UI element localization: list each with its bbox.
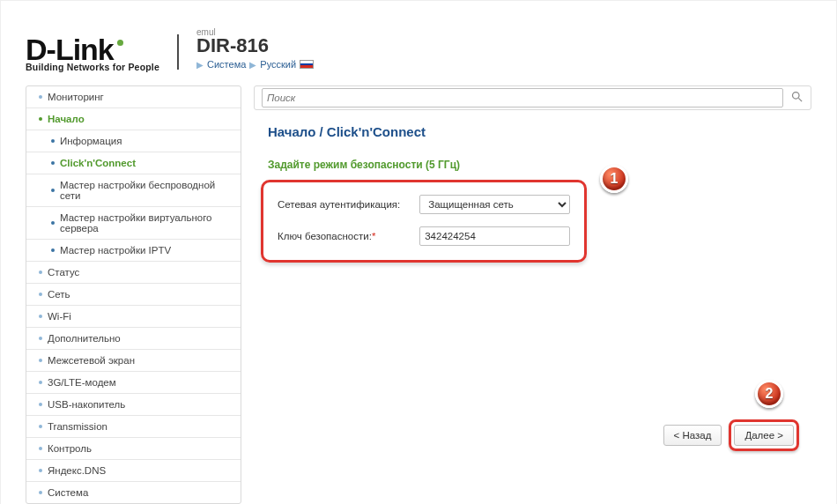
header-separator [177, 34, 179, 70]
bullet-icon [39, 293, 42, 296]
bullet-icon [39, 491, 42, 494]
bullet-icon [39, 117, 42, 121]
sidebar-item-label: Сеть [48, 289, 70, 300]
nav-system-link[interactable]: Система [207, 59, 246, 70]
sidebar-item-label: Мастер настройки беспроводной сети [60, 180, 233, 201]
sidebar-item-label: Transmission [48, 421, 107, 432]
sidebar-item-firewall[interactable]: Межсетевой экран [26, 350, 241, 372]
sidebar-item-start[interactable]: Начало [26, 108, 241, 130]
bullet-icon [39, 95, 42, 99]
bullet-icon [39, 359, 42, 362]
header-breadcrumb: ▶ Система ▶ Русский [196, 59, 314, 70]
bullet-icon [51, 221, 55, 225]
sidebar-item-label: Wi-Fi [48, 311, 71, 322]
sidebar-item-label: Мониторинг [48, 92, 104, 102]
bullet-icon [51, 161, 55, 165]
network-auth-label: Сетевая аутентификация: [278, 199, 411, 210]
search-bar[interactable] [254, 85, 811, 110]
wizard-footer: < Назад Далее > [663, 419, 799, 451]
bullet-icon [39, 315, 42, 318]
svg-point-0 [793, 93, 800, 100]
bullet-icon [39, 469, 42, 472]
sidebar-item-label: Контроль [48, 443, 92, 454]
sidebar-item-wifi[interactable]: Wi-Fi [26, 306, 241, 328]
sidebar-item-status[interactable]: Статус [26, 262, 241, 284]
brand-logo: D-Link Building Networks for People [26, 34, 159, 72]
annotation-badge-2: 2 [755, 380, 783, 408]
bullet-icon [39, 271, 42, 274]
security-key-input[interactable] [419, 226, 570, 246]
search-icon[interactable] [790, 90, 804, 106]
flag-russia-icon [300, 60, 314, 69]
sidebar-item-label: Дополнительно [48, 333, 121, 344]
bullet-icon [39, 403, 42, 406]
sidebar-item-control[interactable]: Контроль [26, 438, 241, 460]
annotation-badge-1: 1 [600, 165, 628, 193]
back-button[interactable]: < Назад [663, 425, 722, 446]
sidebar-item-label: Начало [48, 114, 85, 124]
bullet-icon [39, 447, 42, 450]
sidebar-item-monitoring[interactable]: Мониторинг [26, 86, 241, 108]
brand-dot-icon [117, 40, 123, 46]
sidebar-item-label: Click'n'Connect [60, 158, 136, 168]
sidebar-item-yandex-dns[interactable]: Яндекс.DNS [26, 460, 241, 482]
next-button[interactable]: Далее > [734, 425, 794, 446]
bullet-icon [51, 248, 55, 252]
sidebar-item-network[interactable]: Сеть [26, 284, 241, 306]
sidebar-item-wireless-wizard[interactable]: Мастер настройки беспроводной сети [26, 174, 241, 207]
bullet-icon [39, 425, 42, 428]
language-switch-link[interactable]: Русский [260, 59, 296, 70]
security-settings-form: Сетевая аутентификация: Защищенная сеть … [261, 180, 587, 263]
bullet-icon [39, 381, 42, 384]
sidebar-item-label: Межсетевой экран [48, 355, 135, 366]
sidebar-item-usb-storage[interactable]: USB-накопитель [26, 394, 241, 416]
sidebar-nav: Мониторинг Начало Информация Click'n'Con… [26, 85, 241, 504]
sidebar-item-label: 3G/LTE-модем [48, 377, 116, 388]
sidebar-item-label: Мастер настройки IPTV [60, 245, 171, 256]
network-auth-select[interactable]: Защищенная сеть [419, 195, 570, 214]
chevron-right-icon: ▶ [249, 60, 256, 70]
sidebar-item-label: Яндекс.DNS [48, 465, 106, 476]
brand-name: D-Link [26, 34, 114, 64]
sidebar-item-label: USB-накопитель [48, 399, 125, 410]
bullet-icon [51, 139, 55, 143]
header: D-Link Building Networks for People emul… [26, 19, 811, 71]
chevron-right-icon: ▶ [196, 60, 204, 70]
next-button-highlight: Далее > [729, 419, 799, 451]
bullet-icon [39, 337, 42, 340]
search-input[interactable] [262, 88, 783, 107]
sidebar-item-information[interactable]: Информация [26, 130, 241, 152]
sidebar-item-advanced[interactable]: Дополнительно [26, 328, 241, 350]
sidebar-item-system[interactable]: Система [26, 482, 241, 503]
sidebar-item-transmission[interactable]: Transmission [26, 416, 241, 438]
sidebar-item-click-n-connect[interactable]: Click'n'Connect [26, 152, 241, 174]
bullet-icon [51, 189, 55, 192]
security-key-label: Ключ безопасности:* [278, 231, 411, 241]
sidebar-item-vserver-wizard[interactable]: Мастер настройки виртуального сервера [26, 207, 241, 240]
brand-tagline: Building Networks for People [26, 63, 159, 72]
sidebar-item-3g-lte-modem[interactable]: 3G/LTE-модем [26, 372, 241, 394]
sidebar-item-label: Мастер настройки виртуального сервера [60, 212, 233, 233]
page-breadcrumb: Начало / Click'n'Connect [268, 124, 811, 139]
sidebar-item-label: Статус [48, 267, 79, 278]
section-title: Задайте режим безопасности (5 ГГц) [268, 159, 811, 171]
sidebar-item-label: Информация [60, 136, 122, 146]
svg-line-1 [798, 98, 802, 101]
sidebar-item-iptv-wizard[interactable]: Мастер настройки IPTV [26, 240, 241, 262]
device-model: DIR-816 [196, 34, 314, 57]
sidebar-item-label: Система [48, 487, 88, 498]
